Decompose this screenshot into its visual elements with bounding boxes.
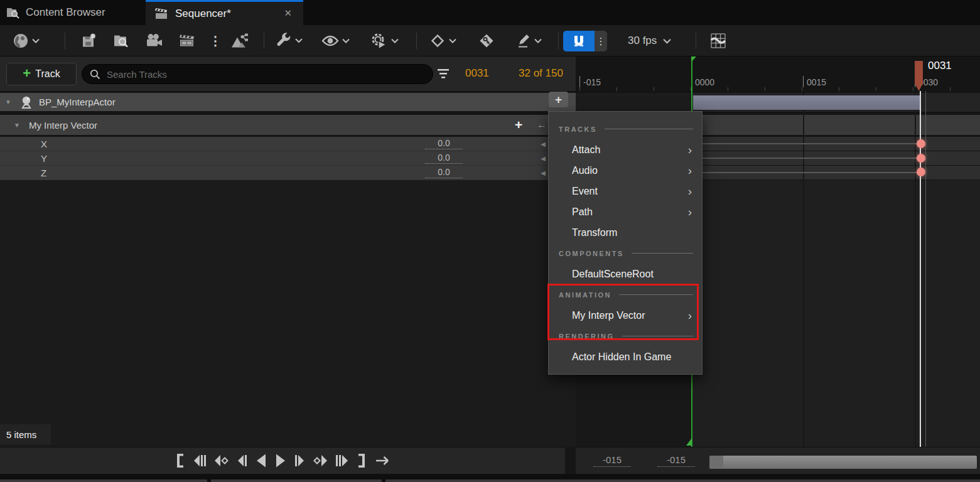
fps-selector[interactable]: 30 fps bbox=[628, 25, 671, 56]
chevron-down-icon bbox=[391, 38, 399, 43]
menu-item-label: DefaultSceneRoot bbox=[572, 269, 654, 280]
header-rule bbox=[632, 253, 693, 254]
toolbar-separator bbox=[65, 33, 65, 49]
edit-mode-button[interactable] bbox=[515, 33, 542, 49]
view-range-start-field[interactable]: -015 bbox=[593, 454, 631, 467]
snapping-toggle-button[interactable] bbox=[563, 31, 595, 51]
bottom-panel-segment bbox=[385, 479, 980, 482]
channel-row-y[interactable]: Y 0.0 ◀ bbox=[0, 151, 576, 166]
channel-row-x[interactable]: X 0.0 ◀ bbox=[0, 137, 576, 151]
actions-button[interactable] bbox=[275, 32, 303, 49]
add-track-button[interactable]: + Track bbox=[6, 63, 77, 85]
eye-icon bbox=[321, 34, 339, 48]
channel-x-label: X bbox=[41, 139, 47, 149]
render-movie-button[interactable] bbox=[179, 33, 196, 48]
globe-icon bbox=[13, 33, 29, 49]
timeline-out-of-range bbox=[576, 93, 691, 112]
playback-options-button[interactable] bbox=[370, 32, 399, 50]
previous-key-triangle-icon[interactable]: ◀ bbox=[541, 141, 546, 147]
ruler-label: 0000 bbox=[695, 77, 714, 87]
keyframe-dot-y[interactable] bbox=[917, 154, 925, 163]
keyframe-options-button[interactable] bbox=[429, 33, 456, 49]
snapping-options-button[interactable]: ⋮ bbox=[595, 31, 607, 51]
previous-key-triangle-icon[interactable]: ◀ bbox=[541, 169, 546, 176]
track-row-vector[interactable]: ▼ My Interp Vector + ← bbox=[0, 115, 576, 135]
browse-sequence-button[interactable] bbox=[113, 33, 130, 48]
menu-item-defaultsceneroot[interactable]: DefaultSceneRoot bbox=[549, 264, 702, 284]
channel-z-value[interactable]: 0.0 bbox=[425, 167, 463, 178]
fps-label: 30 fps bbox=[628, 35, 657, 47]
keyframe-dot-z[interactable] bbox=[917, 168, 925, 176]
playback-range-start-marker[interactable] bbox=[691, 56, 696, 62]
close-icon[interactable]: ✕ bbox=[284, 8, 292, 19]
transport-step-back-frame-icon[interactable] bbox=[190, 453, 207, 469]
menu-item-attach[interactable]: Attach › bbox=[549, 139, 702, 160]
menu-item-event[interactable]: Event › bbox=[549, 181, 702, 201]
clapperboard-icon bbox=[179, 33, 196, 48]
save-button[interactable] bbox=[81, 33, 97, 48]
save-asterisk-icon bbox=[81, 33, 97, 48]
tab-sequencer[interactable]: Sequencer* ✕ bbox=[146, 0, 303, 25]
playback-range-start-marker-bottom[interactable] bbox=[686, 438, 692, 446]
transport-previous-key-icon[interactable] bbox=[212, 453, 229, 469]
magnet-icon bbox=[571, 34, 586, 49]
menu-item-audio[interactable]: Audio › bbox=[549, 160, 702, 181]
menu-section-header-tracks: TRACKS bbox=[549, 119, 702, 139]
channel-y-label: Y bbox=[41, 153, 47, 164]
search-tracks-input[interactable] bbox=[105, 68, 425, 80]
timeline-scrollbar-handle[interactable] bbox=[709, 456, 723, 469]
previous-key-arrow-icon[interactable]: ← bbox=[537, 119, 547, 131]
tab-content-browser-label: Content Browser bbox=[26, 6, 105, 19]
channel-y-value[interactable]: 0.0 bbox=[425, 153, 463, 164]
menu-item-actor-hidden-in-game[interactable]: Actor Hidden In Game bbox=[549, 346, 702, 367]
world-outliner-button[interactable] bbox=[13, 33, 40, 49]
timeline-scrollbar[interactable] bbox=[723, 456, 977, 469]
add-key-icon[interactable]: + bbox=[515, 117, 522, 132]
channel-row-z[interactable]: Z 0.0 ◀ bbox=[0, 166, 576, 180]
render-options-button[interactable]: ⋮ bbox=[209, 33, 222, 48]
create-camera-button[interactable] bbox=[146, 33, 163, 48]
submenu-arrow-icon: › bbox=[688, 164, 692, 176]
transport-step-back-icon[interactable] bbox=[235, 453, 249, 469]
track-row-actor[interactable]: ▼ BP_MyInterpActor + bbox=[0, 93, 576, 111]
ruler-label: -015 bbox=[583, 77, 601, 87]
header-rule bbox=[605, 129, 693, 129]
search-icon bbox=[90, 69, 100, 80]
auto-key-button[interactable] bbox=[478, 32, 495, 50]
track-section-bar[interactable] bbox=[692, 95, 920, 110]
expander-triangle-icon[interactable]: ▼ bbox=[5, 99, 11, 105]
transport-to-end-icon[interactable] bbox=[357, 453, 369, 469]
tab-content-browser[interactable]: Content Browser bbox=[0, 0, 144, 25]
keyframe-diamond-icon bbox=[429, 33, 446, 49]
curve-editor-button[interactable] bbox=[709, 32, 727, 50]
submenu-arrow-icon: › bbox=[688, 206, 692, 218]
toolbar-separator bbox=[416, 33, 417, 49]
transport-step-forward-icon[interactable] bbox=[293, 453, 307, 469]
plus-icon: + bbox=[555, 93, 562, 107]
working-range-start-field[interactable]: -015 bbox=[657, 454, 695, 467]
scene-thumbnail-icon bbox=[230, 32, 249, 49]
previous-key-triangle-icon[interactable]: ◀ bbox=[541, 155, 546, 162]
expander-triangle-icon[interactable]: ▼ bbox=[14, 122, 20, 129]
add-section-button[interactable]: + bbox=[549, 92, 568, 107]
details-view-button[interactable] bbox=[230, 32, 249, 49]
menu-item-label: Actor Hidden In Game bbox=[572, 351, 671, 363]
current-frame-field[interactable]: 0031 bbox=[465, 67, 489, 80]
view-options-button[interactable] bbox=[321, 34, 350, 48]
menu-item-transform[interactable]: Transform bbox=[549, 222, 702, 243]
filter-tracks-button[interactable] bbox=[437, 68, 450, 79]
transport-to-front-icon[interactable] bbox=[173, 453, 185, 469]
toolbar-separator bbox=[264, 33, 264, 49]
actor-icon bbox=[19, 95, 34, 109]
channel-x-value[interactable]: 0.0 bbox=[425, 138, 463, 149]
transport-step-forward-frame-icon[interactable] bbox=[335, 453, 352, 469]
playback-mode-arrow-icon[interactable] bbox=[374, 453, 392, 469]
keyframe-dot-x[interactable] bbox=[917, 139, 925, 148]
ruler-tick bbox=[579, 76, 580, 87]
menu-item-path[interactable]: Path › bbox=[549, 201, 702, 222]
transport-play-icon[interactable] bbox=[274, 453, 288, 469]
timeline-gridline bbox=[915, 91, 916, 447]
transport-play-reverse-icon[interactable] bbox=[254, 453, 268, 469]
transport-next-key-icon[interactable] bbox=[313, 453, 330, 469]
chevron-down-icon bbox=[534, 38, 542, 43]
